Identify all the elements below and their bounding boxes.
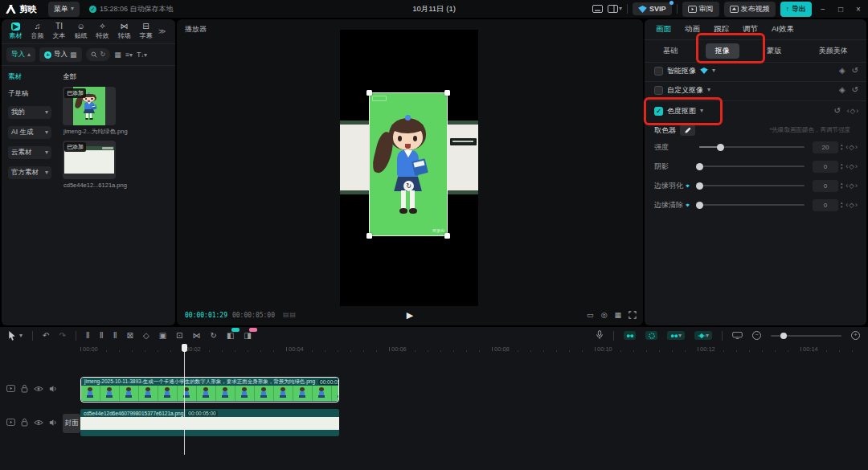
media-item-girl[interactable]: 已添加 jimeng-2...为纯绿色.png — [63, 87, 175, 136]
reset-icon[interactable]: ↺ — [833, 107, 840, 115]
stepper[interactable]: ▴▾ — [841, 201, 843, 209]
tab-ai-effects[interactable]: AI效果 — [772, 24, 794, 35]
mirror-button[interactable]: ⋈ — [193, 332, 201, 340]
menu-button[interactable]: 菜单 ▾ — [48, 2, 80, 17]
timeline-clip-girl[interactable]: jimeng-2025-10-11-3893-生成一个卡通小学生的数字人形象，要… — [80, 377, 339, 403]
keyframe-mode-toggle[interactable]: ▾ — [694, 331, 712, 340]
rotate-button[interactable]: ↻ — [211, 332, 217, 340]
keyframe-add-icon[interactable]: ◈ — [839, 86, 845, 94]
preview-axis-icon[interactable] — [732, 332, 743, 339]
edge-feather-slider[interactable] — [699, 185, 805, 186]
fullscreen-icon[interactable] — [628, 311, 637, 319]
freeze-frame-button[interactable]: ◧ — [227, 331, 234, 340]
main-track-magnet-toggle[interactable] — [624, 331, 636, 340]
delete-button[interactable]: ⊠ — [127, 332, 133, 340]
linked-preview-toggle[interactable]: ▾ — [667, 331, 685, 340]
publish-video-button[interactable]: 发布视频 — [724, 2, 776, 17]
strength-value[interactable]: 20 — [813, 141, 838, 153]
aspect-ratio-button[interactable]: ▦ — [614, 312, 621, 319]
strength-slider[interactable] — [699, 146, 805, 148]
select-tool-button[interactable] — [8, 331, 16, 341]
reset-icon[interactable]: ↺ — [852, 86, 858, 94]
stepper[interactable]: ▴▾ — [841, 143, 843, 151]
keyframe-add-icon[interactable]: ◈ — [839, 67, 845, 75]
keyframe-control[interactable]: ‹◇› — [846, 163, 858, 170]
svip-button[interactable]: SVIP — [633, 2, 672, 15]
category-material[interactable]: 素材 — [8, 72, 58, 82]
stepper[interactable]: ▴▾ — [841, 162, 843, 170]
shadow-slider[interactable] — [699, 166, 805, 167]
close-button[interactable]: × — [852, 5, 865, 14]
mute-icon[interactable] — [49, 385, 57, 393]
subtab-keying[interactable]: 抠像 — [706, 43, 739, 59]
tab-captions[interactable]: ⊟ 字幕 — [135, 22, 157, 40]
review-button[interactable]: 审阅 — [682, 2, 719, 17]
category-official[interactable]: 官方素材 ▾ — [8, 166, 51, 179]
tab-text[interactable]: TI 文本 — [48, 22, 70, 40]
play-button[interactable]: ▶ — [407, 311, 413, 320]
keyframe-control[interactable]: ‹◇› — [847, 108, 858, 115]
render-quality-button[interactable]: ▭ — [587, 312, 594, 319]
reset-icon[interactable]: ↺ — [852, 67, 858, 75]
split-left-button[interactable]: Ⅱ — [100, 332, 104, 340]
tab-adjust[interactable]: 调节 — [743, 24, 758, 35]
frame-step-icons[interactable]: ▤▤ — [283, 312, 297, 318]
zoom-out-button[interactable]: − — [752, 331, 761, 340]
smart-keying-checkbox[interactable] — [654, 67, 663, 76]
split-right-button[interactable]: Ⅱ — [113, 332, 117, 340]
sort-button[interactable]: ≡▾ — [125, 51, 133, 59]
selection-handle[interactable] — [366, 233, 372, 239]
export-button[interactable]: ↑ 导出 — [780, 2, 813, 17]
selection-handle[interactable] — [444, 233, 450, 239]
tab-effects[interactable]: ✧ 特效 — [92, 22, 113, 40]
split-button[interactable]: Ⅱ — [86, 332, 90, 340]
mute-icon[interactable] — [49, 419, 57, 427]
preview-zoom-button[interactable]: ◎ — [601, 312, 608, 319]
eye-icon[interactable] — [34, 419, 43, 426]
category-ai-generated[interactable]: AI 生成 ▾ — [8, 126, 51, 139]
reverse-button[interactable]: ◨ — [244, 331, 251, 340]
timeline-ruler[interactable]: 00:0000:0200:0400:0600:0800:1000:1200:14 — [0, 344, 868, 358]
layout-switch-button[interactable]: ▾ — [608, 5, 622, 13]
redo-button[interactable]: ↷ — [59, 332, 65, 340]
shadow-value[interactable]: 0 — [813, 161, 838, 173]
track-hide-icon[interactable] — [6, 419, 15, 426]
chevron-down-icon[interactable]: ▾ — [19, 333, 23, 339]
undo-button[interactable]: ↶ — [43, 332, 49, 340]
import-dropdown[interactable]: 导入 ▴ — [6, 47, 35, 62]
edge-clean-value[interactable]: 0 — [813, 199, 838, 211]
record-voiceover-icon[interactable] — [596, 330, 604, 341]
shortcut-keys-icon[interactable] — [592, 5, 603, 13]
preview-canvas[interactable]: 即梦AI ↻ — [340, 30, 478, 306]
tab-sticker[interactable]: ☺ 贴纸 — [70, 22, 92, 40]
custom-keying-checkbox[interactable] — [654, 86, 663, 95]
tab-audio[interactable]: ♫ 音频 — [27, 22, 48, 40]
timeline-zoom-slider[interactable] — [771, 335, 841, 337]
crop-tool-icon[interactable]: ▣ — [159, 332, 166, 340]
playhead-handle[interactable] — [182, 344, 187, 352]
edge-feather-value[interactable]: 0 — [813, 180, 838, 192]
keyframe-control[interactable]: ‹◇› — [846, 182, 858, 190]
media-item-banner[interactable]: 已添加 cd5e44e12...6121a.png — [63, 141, 175, 189]
timeline-clip-banner[interactable]: cd5e44e12d6e4607998015377e6121a.png 00:0… — [80, 409, 339, 436]
category-mine[interactable]: 我的 ▾ — [8, 106, 51, 119]
category-subdraft[interactable]: 子草稿 — [8, 89, 58, 99]
lock-icon[interactable] — [21, 384, 28, 393]
category-cloud[interactable]: 云素材 ▾ — [8, 146, 51, 159]
tab-tracking[interactable]: 跟踪 — [714, 24, 729, 35]
transform-tool-icon[interactable]: ⊡ — [176, 332, 182, 340]
filter-button[interactable]: T↓▾ — [137, 51, 147, 59]
eyedropper-button[interactable] — [680, 125, 695, 136]
stepper[interactable]: ▴▾ — [841, 182, 843, 190]
edge-clean-slider[interactable] — [699, 204, 805, 206]
tab-animation[interactable]: 动画 — [685, 24, 700, 35]
subtab-mask[interactable]: 蒙版 — [757, 43, 791, 59]
subtab-basic[interactable]: 基础 — [653, 43, 687, 59]
selection-handle[interactable] — [444, 90, 450, 96]
keyframe-control[interactable]: ‹◇› — [846, 202, 858, 209]
lock-icon[interactable] — [21, 418, 28, 427]
more-panels-icon[interactable]: ≫ — [158, 28, 166, 35]
tab-picture[interactable]: 画面 — [656, 24, 671, 35]
tab-media[interactable]: ▶ 素材 — [5, 22, 27, 40]
import-button[interactable]: + 导入 ▦ — [39, 47, 82, 62]
